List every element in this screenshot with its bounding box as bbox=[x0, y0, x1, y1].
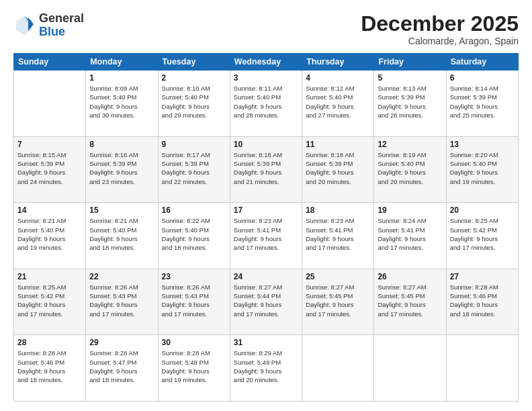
day-info: Sunrise: 8:27 AM Sunset: 5:44 PM Dayligh… bbox=[234, 283, 298, 318]
calendar-cell: 25Sunrise: 8:27 AM Sunset: 5:45 PM Dayli… bbox=[302, 269, 374, 335]
day-number: 21 bbox=[17, 272, 82, 281]
calendar-cell: 21Sunrise: 8:25 AM Sunset: 5:42 PM Dayli… bbox=[14, 269, 86, 335]
day-number: 7 bbox=[17, 140, 82, 149]
calendar-cell bbox=[302, 335, 374, 402]
logo-text: General Blue bbox=[39, 12, 84, 39]
day-number: 9 bbox=[162, 140, 226, 149]
day-number: 5 bbox=[378, 73, 442, 83]
calendar-cell: 24Sunrise: 8:27 AM Sunset: 5:44 PM Dayli… bbox=[230, 269, 302, 335]
day-number: 27 bbox=[450, 272, 515, 281]
day-info: Sunrise: 8:22 AM Sunset: 5:40 PM Dayligh… bbox=[162, 216, 226, 252]
day-info: Sunrise: 8:11 AM Sunset: 5:40 PM Dayligh… bbox=[234, 84, 298, 120]
day-info: Sunrise: 8:12 AM Sunset: 5:40 PM Dayligh… bbox=[306, 84, 370, 120]
day-number: 10 bbox=[234, 140, 298, 149]
day-info: Sunrise: 8:23 AM Sunset: 5:41 PM Dayligh… bbox=[306, 216, 370, 252]
weekday-header-sunday: Sunday bbox=[14, 54, 86, 71]
calendar-cell: 16Sunrise: 8:22 AM Sunset: 5:40 PM Dayli… bbox=[158, 203, 230, 269]
calendar-cell: 8Sunrise: 8:16 AM Sunset: 5:39 PM Daylig… bbox=[86, 136, 158, 203]
header: General Blue December 2025 Calomarde, Ar… bbox=[13, 12, 519, 46]
day-number: 17 bbox=[234, 205, 298, 215]
day-number: 19 bbox=[378, 205, 442, 215]
day-info: Sunrise: 8:24 AM Sunset: 5:41 PM Dayligh… bbox=[378, 216, 442, 252]
week-row-3: 21Sunrise: 8:25 AM Sunset: 5:42 PM Dayli… bbox=[14, 269, 519, 335]
day-info: Sunrise: 8:21 AM Sunset: 5:40 PM Dayligh… bbox=[89, 216, 154, 252]
day-info: Sunrise: 8:27 AM Sunset: 5:45 PM Dayligh… bbox=[306, 283, 370, 318]
day-number: 31 bbox=[234, 338, 298, 347]
calendar-cell bbox=[374, 335, 446, 402]
day-number: 6 bbox=[450, 73, 515, 83]
calendar-cell: 7Sunrise: 8:15 AM Sunset: 5:39 PM Daylig… bbox=[14, 136, 86, 203]
day-number: 23 bbox=[162, 272, 226, 281]
calendar-cell: 28Sunrise: 8:28 AM Sunset: 5:46 PM Dayli… bbox=[14, 335, 86, 402]
calendar-cell: 11Sunrise: 8:18 AM Sunset: 5:39 PM Dayli… bbox=[302, 136, 374, 203]
day-number: 3 bbox=[234, 73, 298, 83]
calendar-table: SundayMondayTuesdayWednesdayThursdayFrid… bbox=[13, 53, 519, 402]
weekday-header-thursday: Thursday bbox=[302, 54, 374, 71]
day-info: Sunrise: 8:14 AM Sunset: 5:39 PM Dayligh… bbox=[450, 84, 515, 120]
week-row-2: 14Sunrise: 8:21 AM Sunset: 5:40 PM Dayli… bbox=[14, 203, 519, 269]
calendar-cell: 6Sunrise: 8:14 AM Sunset: 5:39 PM Daylig… bbox=[446, 71, 518, 137]
day-number: 12 bbox=[378, 140, 442, 149]
calendar-cell: 27Sunrise: 8:28 AM Sunset: 5:46 PM Dayli… bbox=[446, 269, 518, 335]
day-info: Sunrise: 8:13 AM Sunset: 5:39 PM Dayligh… bbox=[378, 84, 442, 120]
calendar-cell: 9Sunrise: 8:17 AM Sunset: 5:39 PM Daylig… bbox=[158, 136, 230, 203]
calendar-cell bbox=[446, 335, 518, 402]
weekday-header-row: SundayMondayTuesdayWednesdayThursdayFrid… bbox=[14, 54, 519, 71]
day-number: 18 bbox=[306, 205, 370, 215]
weekday-header-wednesday: Wednesday bbox=[230, 54, 302, 71]
day-number: 1 bbox=[89, 73, 154, 83]
page: General Blue December 2025 Calomarde, Ar… bbox=[0, 0, 532, 411]
week-row-1: 7Sunrise: 8:15 AM Sunset: 5:39 PM Daylig… bbox=[14, 136, 519, 203]
day-info: Sunrise: 8:25 AM Sunset: 5:42 PM Dayligh… bbox=[450, 216, 515, 252]
title-block: December 2025 Calomarde, Aragon, Spain bbox=[361, 12, 519, 46]
calendar-cell: 14Sunrise: 8:21 AM Sunset: 5:40 PM Dayli… bbox=[14, 203, 86, 269]
month-title: December 2025 bbox=[361, 12, 519, 36]
calendar-cell: 1Sunrise: 8:09 AM Sunset: 5:40 PM Daylig… bbox=[86, 71, 158, 137]
day-number: 14 bbox=[17, 205, 82, 215]
location: Calomarde, Aragon, Spain bbox=[361, 36, 519, 46]
calendar-cell: 17Sunrise: 8:23 AM Sunset: 5:41 PM Dayli… bbox=[230, 203, 302, 269]
calendar-cell: 23Sunrise: 8:26 AM Sunset: 5:43 PM Dayli… bbox=[158, 269, 230, 335]
day-number: 25 bbox=[306, 272, 370, 281]
day-info: Sunrise: 8:19 AM Sunset: 5:40 PM Dayligh… bbox=[378, 150, 442, 186]
logo-general: General bbox=[39, 11, 84, 25]
weekday-header-saturday: Saturday bbox=[446, 54, 518, 71]
day-info: Sunrise: 8:25 AM Sunset: 5:42 PM Dayligh… bbox=[17, 283, 82, 318]
day-info: Sunrise: 8:18 AM Sunset: 5:39 PM Dayligh… bbox=[234, 150, 298, 186]
day-number: 11 bbox=[306, 140, 370, 149]
day-number: 15 bbox=[89, 205, 154, 215]
day-info: Sunrise: 8:21 AM Sunset: 5:40 PM Dayligh… bbox=[17, 216, 82, 252]
day-info: Sunrise: 8:26 AM Sunset: 5:43 PM Dayligh… bbox=[89, 283, 154, 318]
day-number: 24 bbox=[234, 272, 298, 281]
week-row-0: 1Sunrise: 8:09 AM Sunset: 5:40 PM Daylig… bbox=[14, 71, 519, 137]
calendar-cell bbox=[14, 71, 86, 137]
day-info: Sunrise: 8:28 AM Sunset: 5:48 PM Dayligh… bbox=[162, 349, 226, 384]
calendar-cell: 18Sunrise: 8:23 AM Sunset: 5:41 PM Dayli… bbox=[302, 203, 374, 269]
calendar-cell: 29Sunrise: 8:28 AM Sunset: 5:47 PM Dayli… bbox=[86, 335, 158, 402]
day-info: Sunrise: 8:09 AM Sunset: 5:40 PM Dayligh… bbox=[89, 84, 154, 120]
day-number: 28 bbox=[17, 338, 82, 347]
day-info: Sunrise: 8:28 AM Sunset: 5:46 PM Dayligh… bbox=[450, 283, 515, 318]
day-info: Sunrise: 8:28 AM Sunset: 5:47 PM Dayligh… bbox=[89, 349, 154, 384]
day-number: 16 bbox=[162, 205, 226, 215]
weekday-header-friday: Friday bbox=[374, 54, 446, 71]
calendar-cell: 13Sunrise: 8:20 AM Sunset: 5:40 PM Dayli… bbox=[446, 136, 518, 203]
calendar-cell: 20Sunrise: 8:25 AM Sunset: 5:42 PM Dayli… bbox=[446, 203, 518, 269]
day-number: 13 bbox=[450, 140, 515, 149]
weekday-header-tuesday: Tuesday bbox=[158, 54, 230, 71]
day-number: 4 bbox=[306, 73, 370, 83]
calendar-cell: 31Sunrise: 8:29 AM Sunset: 5:49 PM Dayli… bbox=[230, 335, 302, 402]
day-info: Sunrise: 8:18 AM Sunset: 5:39 PM Dayligh… bbox=[306, 150, 370, 186]
calendar-cell: 22Sunrise: 8:26 AM Sunset: 5:43 PM Dayli… bbox=[86, 269, 158, 335]
calendar-cell: 2Sunrise: 8:10 AM Sunset: 5:40 PM Daylig… bbox=[158, 71, 230, 137]
day-info: Sunrise: 8:23 AM Sunset: 5:41 PM Dayligh… bbox=[234, 216, 298, 252]
calendar-cell: 3Sunrise: 8:11 AM Sunset: 5:40 PM Daylig… bbox=[230, 71, 302, 137]
calendar-cell: 30Sunrise: 8:28 AM Sunset: 5:48 PM Dayli… bbox=[158, 335, 230, 402]
day-number: 20 bbox=[450, 205, 515, 215]
week-row-4: 28Sunrise: 8:28 AM Sunset: 5:46 PM Dayli… bbox=[14, 335, 519, 402]
calendar-cell: 5Sunrise: 8:13 AM Sunset: 5:39 PM Daylig… bbox=[374, 71, 446, 137]
day-number: 29 bbox=[89, 338, 154, 347]
calendar-cell: 10Sunrise: 8:18 AM Sunset: 5:39 PM Dayli… bbox=[230, 136, 302, 203]
logo: General Blue bbox=[13, 12, 84, 39]
calendar-cell: 19Sunrise: 8:24 AM Sunset: 5:41 PM Dayli… bbox=[374, 203, 446, 269]
